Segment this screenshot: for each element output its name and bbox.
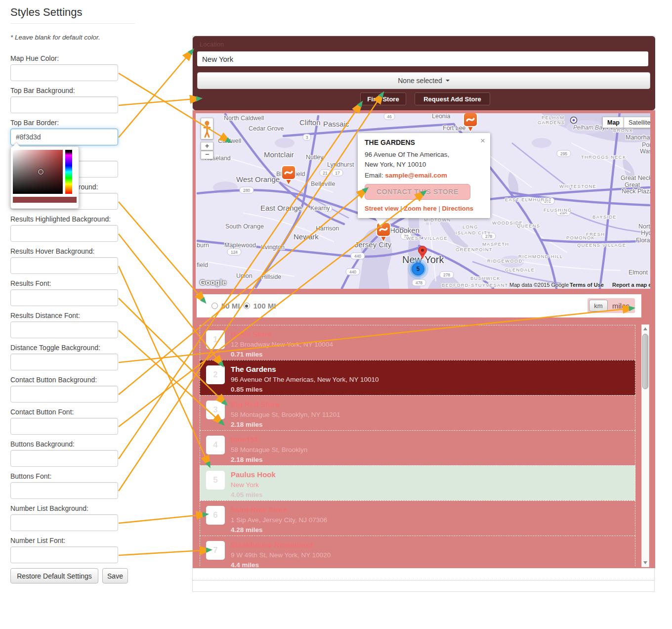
marker-cluster[interactable]: 5: [408, 259, 428, 279]
map-label: Nutley: [306, 154, 324, 161]
location-label: Location: [200, 41, 224, 48]
svg-text:278: 278: [443, 272, 450, 277]
color-field-input[interactable]: [10, 546, 118, 563]
store-address: 58 Montague St, Brooklyn: [231, 445, 630, 455]
field-label: Buttons Font:: [10, 472, 118, 481]
map[interactable]: 3211728071247847827827829567825A44044046…: [196, 113, 650, 289]
hue-strip[interactable]: [65, 150, 72, 194]
restore-default-settings-button[interactable]: Restore Default Settings: [10, 568, 98, 584]
color-field-input[interactable]: [10, 289, 118, 306]
color-field-input[interactable]: [10, 418, 118, 435]
zoom-in-button[interactable]: +: [201, 142, 213, 150]
map-type-satellite-button[interactable]: Satellite: [624, 117, 650, 128]
store-name: Dim's Store: [231, 329, 630, 339]
scrollbar-thumb[interactable]: [642, 334, 648, 389]
store-address: 58 Montague St, Brooklyn, NY 11201: [231, 409, 630, 420]
color-field-input[interactable]: [10, 514, 118, 531]
find-store-button[interactable]: Find Store: [360, 92, 406, 105]
scroll-up-icon[interactable]: [643, 327, 647, 330]
location-search-input[interactable]: [197, 51, 648, 66]
title-divider: [10, 23, 135, 24]
save-button[interactable]: Save: [102, 568, 128, 584]
color-field-input[interactable]: [10, 482, 118, 499]
infowindow-pointer: [375, 217, 387, 227]
contact-this-store-button[interactable]: CONTACT THIS STORE: [365, 184, 470, 200]
store-address: 12 Broadway New York, NY 10004: [231, 339, 630, 350]
zoom-here-link[interactable]: Zoom here: [404, 205, 436, 212]
infowindow-address-line1: 96 Avenue Of The Americas,: [365, 150, 483, 160]
store-result-row[interactable]: 7Steakhouse Restaurant9 W 49th St, New Y…: [200, 536, 635, 567]
results-scrollbar[interactable]: [641, 324, 649, 567]
store-result-row[interactable]: 2The Gardens96 Avenue Of The Americas, N…: [200, 360, 635, 396]
color-field-input[interactable]: [10, 257, 118, 274]
map-label: FRESH: [586, 231, 605, 237]
zoom-out-button[interactable]: −: [201, 151, 213, 159]
email-link[interactable]: sample@email.com: [385, 172, 447, 179]
street-view-link[interactable]: Street view: [365, 205, 399, 212]
footer-divider: [193, 580, 654, 581]
map-label: West Orange: [236, 175, 280, 183]
svg-text:5: 5: [417, 266, 420, 272]
store-result-row[interactable]: 1Dim's Store12 Broadway New York, NY 100…: [200, 325, 635, 360]
form-field-group: Number List Font:: [10, 537, 118, 563]
color-field-input[interactable]: [10, 225, 118, 242]
store-result-row[interactable]: 3Big Red Store58 Montague St, Brooklyn, …: [200, 395, 635, 431]
store-name: The Gardens: [231, 364, 630, 374]
store-distance: 0.71 miles: [231, 350, 630, 359]
map-label: Port: [642, 141, 650, 148]
terms-of-use-link[interactable]: Terms of Use: [570, 282, 604, 288]
km-toggle-button[interactable]: km: [589, 300, 608, 312]
store-distance: 4.05 miles: [231, 490, 630, 500]
form-field-group: Results Distance Font:: [10, 312, 118, 338]
store-result-row[interactable]: 6Saint Row Store1 Sip Ave, Jersey City, …: [200, 500, 635, 536]
map-label: MIDTOWN: [424, 217, 451, 223]
map-label: THROGGS NECK: [581, 154, 626, 160]
svg-text:295: 295: [560, 151, 567, 156]
form-field-group: Top Bar Border:: [10, 119, 118, 145]
color-field-input[interactable]: [10, 386, 118, 403]
store-name: Big Red Store: [231, 400, 630, 409]
map-label: Jersey City: [355, 240, 392, 249]
form-field-group: Map Hue Color:: [10, 54, 118, 81]
category-dropdown[interactable]: None selected: [197, 72, 650, 89]
color-field-input[interactable]: [10, 354, 118, 370]
store-result-row[interactable]: 4tone15158 Montague St, Brooklyn2.18 mil…: [200, 430, 635, 466]
color-field-input[interactable]: [10, 96, 118, 113]
dropdown-label: None selected: [398, 77, 442, 85]
field-label: Top Bar Border:: [10, 119, 118, 127]
svg-text:440: 440: [354, 254, 361, 259]
close-icon[interactable]: ×: [480, 136, 485, 145]
map-label: GARDENS: [538, 120, 565, 125]
color-picker-popup: [10, 146, 79, 209]
color-field-input[interactable]: [10, 129, 118, 145]
store-name: Steakhouse Restaurant: [231, 540, 630, 550]
field-label: Number List Background:: [10, 504, 118, 513]
field-label: Top Bar Background:: [10, 87, 118, 95]
map-label: field: [197, 262, 208, 269]
field-label: Results Highlighted Background:: [10, 215, 118, 224]
my-location-icon[interactable]: [570, 116, 578, 124]
report-map-error-link[interactable]: Report a map error: [612, 282, 650, 288]
email-label: Email:: [365, 172, 383, 179]
color-field-input[interactable]: [10, 450, 118, 467]
color-field-input[interactable]: [10, 64, 118, 81]
directions-link[interactable]: Directions: [442, 205, 473, 212]
store-result-row[interactable]: 5Paulus HookNew York4.05 miles: [200, 465, 635, 501]
form-field-group: Number List Background:: [10, 504, 118, 531]
radio-100mi-label: 100 MI: [253, 302, 276, 310]
radio-50mi[interactable]: [211, 303, 218, 309]
map-label: BUSHWICK: [470, 275, 501, 281]
saturation-square[interactable]: [13, 150, 63, 194]
scroll-down-icon[interactable]: [643, 561, 647, 564]
results-list: 1Dim's Store12 Broadway New York, NY 100…: [197, 324, 641, 567]
miles-toggle-label[interactable]: miles: [612, 302, 630, 310]
map-label: WEST VILLAGE: [406, 235, 448, 241]
store-locator-preview: Location None selected Find Store Reques…: [192, 36, 655, 592]
saturation-cursor[interactable]: [38, 169, 43, 175]
request-add-store-button[interactable]: Request Add Store: [415, 92, 490, 105]
field-label: Results Hover Background:: [10, 247, 118, 256]
pegman-control[interactable]: [201, 118, 213, 139]
radio-100mi[interactable]: [244, 303, 250, 309]
map-type-map-button[interactable]: Map: [602, 117, 625, 128]
color-field-input[interactable]: [10, 321, 118, 338]
